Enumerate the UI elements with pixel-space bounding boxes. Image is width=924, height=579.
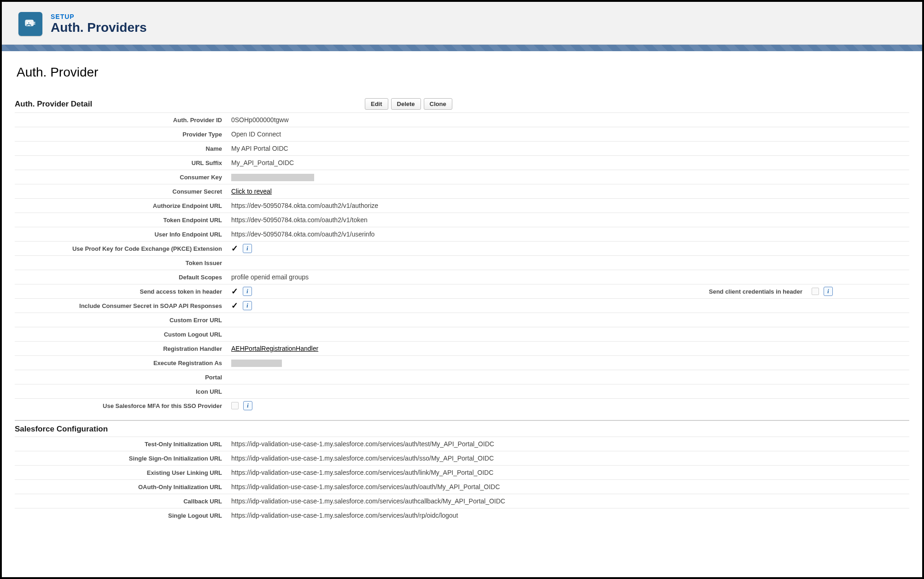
- label-portal: Portal: [15, 370, 227, 384]
- label-consumer-key: Consumer Key: [15, 170, 227, 184]
- value-authorize-endpoint: https://dev-50950784.okta.com/oauth2/v1/…: [227, 199, 909, 213]
- label-custom-logout-url: Custom Logout URL: [15, 327, 227, 342]
- sf-config-title: Salesforce Configuration: [15, 425, 909, 434]
- label-icon-url: Icon URL: [15, 384, 227, 399]
- label-userinfo-endpoint: User Info Endpoint URL: [15, 227, 227, 242]
- value-custom-error-url: [227, 313, 909, 327]
- label-auth-provider-id: Auth. Provider ID: [15, 113, 227, 127]
- label-provider-type: Provider Type: [15, 127, 227, 142]
- redacted-exec-as: [231, 360, 282, 367]
- value-single-logout-url: https://idp-validation-use-case-1.my.sal…: [227, 508, 909, 523]
- info-icon[interactable]: i: [243, 244, 252, 253]
- value-provider-type: Open ID Connect: [227, 127, 909, 142]
- registration-handler-link[interactable]: AEHPortalRegistrationHandler: [231, 345, 318, 352]
- info-icon[interactable]: i: [243, 301, 252, 310]
- label-token-endpoint: Token Endpoint URL: [15, 213, 227, 227]
- value-callback-url: https://idp-validation-use-case-1.my.sal…: [227, 494, 909, 508]
- label-registration-handler: Registration Handler: [15, 342, 227, 356]
- unchecked-box-icon: [812, 288, 819, 295]
- value-existing-user-link-url: https://idp-validation-use-case-1.my.sal…: [227, 466, 909, 480]
- checkmark-icon: ✓: [231, 287, 238, 296]
- edit-button[interactable]: Edit: [365, 98, 388, 110]
- value-token-issuer: [227, 256, 909, 270]
- label-url-suffix: URL Suffix: [15, 156, 227, 170]
- label-sso-init-url: Single Sign-On Initialization URL: [15, 451, 227, 466]
- label-custom-error-url: Custom Error URL: [15, 313, 227, 327]
- svg-point-1: [28, 22, 30, 24]
- label-send-access-token: Send access token in header: [15, 284, 227, 299]
- page-title: Auth. Provider: [17, 65, 909, 80]
- label-pkce: Use Proof Key for Code Exchange (PKCE) E…: [15, 242, 227, 256]
- page-header: SETUP Auth. Providers: [2, 2, 922, 45]
- label-oauth-only-url: OAuth-Only Initialization URL: [15, 480, 227, 494]
- label-authorize-endpoint: Authorize Endpoint URL: [15, 199, 227, 213]
- value-test-only-url: https://idp-validation-use-case-1.my.sal…: [227, 437, 909, 451]
- value-execute-registration-as: [227, 356, 909, 370]
- label-token-issuer: Token Issuer: [15, 256, 227, 270]
- value-url-suffix: My_API_Portal_OIDC: [227, 156, 909, 170]
- reveal-consumer-secret-link[interactable]: Click to reveal: [231, 188, 272, 195]
- clone-button[interactable]: Clone: [424, 98, 452, 110]
- redacted-consumer-key: [231, 174, 314, 181]
- label-callback-url: Callback URL: [15, 494, 227, 508]
- label-single-logout-url: Single Logout URL: [15, 508, 227, 523]
- value-portal: [227, 370, 909, 384]
- label-send-client-credentials: Send client credentials in header: [604, 284, 807, 299]
- label-name: Name: [15, 142, 227, 156]
- decorative-strip: [2, 45, 922, 51]
- checkmark-icon: ✓: [231, 244, 238, 253]
- value-auth-provider-id: 0SOHp000000tgww: [227, 113, 909, 127]
- breadcrumb[interactable]: SETUP: [51, 13, 146, 20]
- label-test-only-url: Test-Only Initialization URL: [15, 437, 227, 451]
- info-icon[interactable]: i: [824, 287, 833, 296]
- label-default-scopes: Default Scopes: [15, 270, 227, 284]
- auth-providers-icon: [18, 12, 42, 36]
- value-token-endpoint: https://dev-50950784.okta.com/oauth2/v1/…: [227, 213, 909, 227]
- app-frame: SETUP Auth. Providers Auth. Provider Aut…: [0, 0, 924, 579]
- info-icon[interactable]: i: [243, 401, 252, 410]
- value-oauth-only-url: https://idp-validation-use-case-1.my.sal…: [227, 480, 909, 494]
- info-icon[interactable]: i: [243, 287, 252, 296]
- value-sso-init-url: https://idp-validation-use-case-1.my.sal…: [227, 451, 909, 466]
- label-execute-registration-as: Execute Registration As: [15, 356, 227, 370]
- sf-config-table: Test-Only Initialization URL https://idp…: [15, 437, 909, 522]
- label-existing-user-link-url: Existing User Linking URL: [15, 466, 227, 480]
- unchecked-box-icon: [231, 402, 239, 409]
- value-userinfo-endpoint: https://dev-50950784.okta.com/oauth2/v1/…: [227, 227, 909, 242]
- value-name: My API Portal OIDC: [227, 142, 909, 156]
- label-include-secret-soap: Include Consumer Secret in SOAP API Resp…: [15, 299, 227, 313]
- value-custom-logout-url: [227, 327, 909, 342]
- action-buttons: Edit Delete Clone: [365, 98, 452, 110]
- label-consumer-secret: Consumer Secret: [15, 184, 227, 199]
- detail-table: Auth. Provider ID 0SOHp000000tgww Provid…: [15, 112, 909, 413]
- header-title: Auth. Providers: [51, 20, 146, 35]
- value-consumer-key: [227, 170, 909, 184]
- value-default-scopes: profile openid email groups: [227, 270, 909, 284]
- detail-section-title: Auth. Provider Detail: [15, 100, 365, 109]
- label-use-mfa-sso: Use Salesforce MFA for this SSO Provider: [15, 399, 227, 413]
- value-icon-url: [227, 384, 909, 399]
- checkmark-icon: ✓: [231, 301, 238, 310]
- delete-button[interactable]: Delete: [391, 98, 421, 110]
